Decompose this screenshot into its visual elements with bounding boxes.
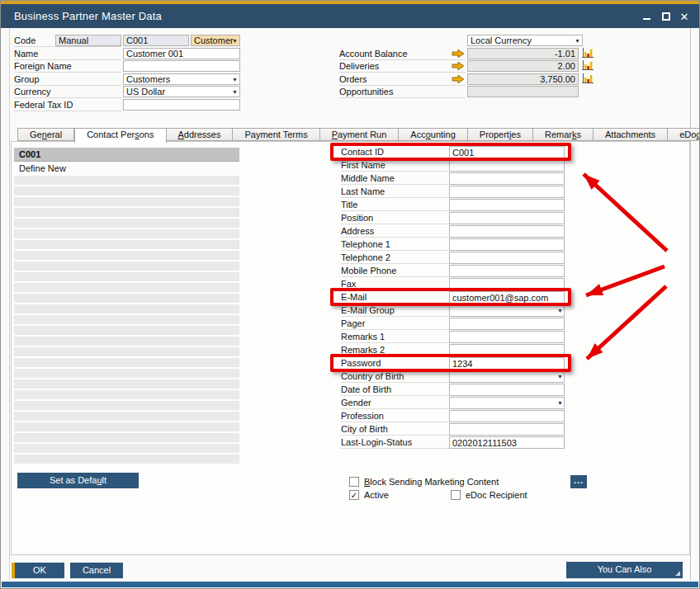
chevron-down-icon[interactable]: ▼ bbox=[557, 374, 563, 379]
contact-list-empty-row bbox=[14, 412, 239, 421]
group-select[interactable]: Customers▼ bbox=[123, 73, 240, 85]
link-arrow-icon[interactable] bbox=[452, 49, 465, 59]
contact-field-pager[interactable] bbox=[449, 318, 565, 330]
more-options-button[interactable]: ... bbox=[570, 475, 587, 488]
contact-row-last-name: Last Name bbox=[338, 186, 565, 199]
link-arrow-icon[interactable] bbox=[452, 74, 465, 84]
contact-label-remarks-2: Remarks 2 bbox=[341, 344, 449, 356]
contact-label-address: Address bbox=[341, 225, 449, 238]
contact-row-country-of-birth: Country of Birth▼ bbox=[338, 370, 565, 384]
maximize-icon[interactable] bbox=[660, 11, 673, 24]
contact-list-empty-row bbox=[14, 326, 239, 335]
chart-icon[interactable] bbox=[582, 60, 594, 71]
bp-type-select[interactable]: Customer▼ bbox=[191, 35, 240, 46]
field-label-deliveries: Deliveries bbox=[339, 60, 466, 73]
contact-field-last-name[interactable] bbox=[449, 186, 565, 198]
contact-field-telephone-2[interactable] bbox=[449, 252, 565, 264]
minimize-icon[interactable] bbox=[640, 11, 653, 24]
contact-field-city-of-birth[interactable] bbox=[449, 423, 565, 436]
link-arrow-icon[interactable] bbox=[452, 61, 465, 71]
tab-accounting[interactable]: Accounting bbox=[399, 128, 467, 141]
contact-field-remarks-1[interactable] bbox=[449, 331, 565, 343]
contact-field-address[interactable] bbox=[449, 225, 565, 238]
foreign-name-field[interactable] bbox=[123, 60, 240, 72]
contact-row-telephone-2: Telephone 2 bbox=[338, 252, 565, 265]
tab-payment-terms[interactable]: Payment Terms bbox=[233, 128, 319, 141]
tab-general[interactable]: General bbox=[17, 128, 74, 141]
display-currency-select[interactable]: Local Currency▼ bbox=[467, 35, 583, 46]
chevron-down-icon[interactable]: ▼ bbox=[232, 77, 238, 82]
contact-list-empty-row bbox=[14, 369, 239, 378]
tab-contact-persons[interactable]: Contact Persons bbox=[74, 128, 166, 143]
contact-field-first-name[interactable] bbox=[449, 159, 565, 172]
contact-row-address: Address bbox=[338, 225, 565, 238]
chart-icon[interactable] bbox=[582, 48, 594, 59]
contact-row-first-name: First Name bbox=[338, 159, 565, 172]
tab-payment-run[interactable]: Payment Run bbox=[320, 128, 400, 141]
contact-field-password[interactable]: 1234 bbox=[449, 357, 565, 370]
contact-list-empty-row bbox=[14, 379, 239, 389]
contact-field-country-of-birth[interactable] bbox=[449, 370, 565, 383]
contact-field-fax[interactable] bbox=[449, 278, 565, 290]
window-titlebar[interactable]: Business Partner Master Data ✕ bbox=[1, 4, 699, 28]
block-marketing-checkbox[interactable] bbox=[349, 477, 359, 487]
you-can-also-button[interactable]: You Can Also bbox=[566, 562, 683, 578]
contact-label-city-of-birth: City of Birth bbox=[341, 423, 449, 436]
contact-field-gender[interactable] bbox=[449, 397, 565, 409]
contact-field-profession[interactable] bbox=[449, 410, 565, 422]
account-balance-value: -1.01 bbox=[467, 48, 579, 59]
contact-field-date-of-birth[interactable] bbox=[449, 384, 565, 396]
chevron-down-icon[interactable]: ▼ bbox=[232, 89, 238, 95]
currency-select[interactable]: US Dollar▼ bbox=[123, 86, 240, 97]
contact-field-telephone-1[interactable] bbox=[449, 238, 565, 251]
deliveries-value: 2.00 bbox=[467, 60, 579, 72]
field-label-currency: Currency bbox=[14, 86, 121, 98]
close-icon[interactable]: ✕ bbox=[678, 11, 691, 24]
contact-field-mobile-phone[interactable] bbox=[449, 265, 565, 277]
tab-remarks[interactable]: Remarks bbox=[533, 128, 594, 141]
contact-list-item-define-new[interactable]: Define New bbox=[14, 162, 239, 176]
contact-list-item-c001[interactable]: C001 bbox=[14, 148, 239, 162]
contact-label-telephone-2: Telephone 2 bbox=[341, 252, 449, 264]
contact-field-title[interactable] bbox=[449, 199, 565, 211]
code-series-field[interactable]: Manual bbox=[55, 35, 121, 46]
contact-field-contact-id[interactable]: C001 bbox=[449, 146, 565, 158]
contact-list-empty-row bbox=[14, 262, 239, 271]
contact-label-mobile-phone: Mobile Phone bbox=[341, 265, 449, 277]
set-as-default-button[interactable]: Set as Default bbox=[17, 473, 139, 488]
contact-label-first-name: First Name bbox=[341, 159, 449, 172]
field-label-opportunities: Opportunities bbox=[339, 86, 466, 98]
contact-field-e-mail-group[interactable] bbox=[449, 304, 565, 317]
federal-tax-id-field[interactable] bbox=[123, 99, 240, 111]
contact-field-position[interactable] bbox=[449, 212, 565, 224]
opportunities-value bbox=[467, 86, 579, 97]
window-frame-line-left bbox=[9, 28, 10, 580]
chevron-down-icon[interactable]: ▼ bbox=[232, 38, 238, 44]
tab-edocs[interactable]: eDocs bbox=[668, 128, 700, 141]
tab-addresses[interactable]: Addresses bbox=[167, 128, 234, 141]
contact-row-city-of-birth: City of Birth bbox=[338, 423, 565, 436]
contact-row-last-login-status: Last-Login-Status0202012111503 bbox=[338, 436, 565, 450]
contact-row-profession: Profession bbox=[338, 410, 565, 423]
field-label-group: Group bbox=[14, 73, 121, 86]
contact-list-empty-row bbox=[14, 186, 239, 196]
code-value-field[interactable]: C001 bbox=[123, 35, 189, 46]
tab-properties[interactable]: Properties bbox=[468, 128, 533, 141]
contact-field-middle-name[interactable] bbox=[449, 172, 565, 185]
contact-list-empty-row bbox=[14, 251, 239, 260]
tab-attachments[interactable]: Attachments bbox=[594, 128, 668, 141]
cancel-button[interactable]: Cancel bbox=[70, 563, 123, 578]
chevron-down-icon[interactable]: ▼ bbox=[557, 308, 563, 313]
contact-field-remarks-2[interactable] bbox=[449, 344, 565, 356]
edoc-recipient-checkbox[interactable] bbox=[451, 490, 461, 500]
contact-field-last-login-status[interactable]: 0202012111503 bbox=[449, 436, 565, 449]
chevron-down-icon[interactable]: ▼ bbox=[557, 400, 563, 406]
active-checkbox[interactable]: ✓ bbox=[349, 490, 359, 500]
chart-icon[interactable] bbox=[582, 73, 594, 84]
chevron-down-icon[interactable]: ▼ bbox=[575, 38, 580, 44]
contact-field-e-mail[interactable]: customer001@sap.com bbox=[449, 291, 565, 304]
contact-label-last-name: Last Name bbox=[341, 186, 449, 198]
contact-list-empty-row bbox=[14, 229, 239, 238]
ok-button[interactable]: OK bbox=[12, 563, 64, 578]
name-field[interactable]: Customer 001 bbox=[123, 48, 240, 59]
